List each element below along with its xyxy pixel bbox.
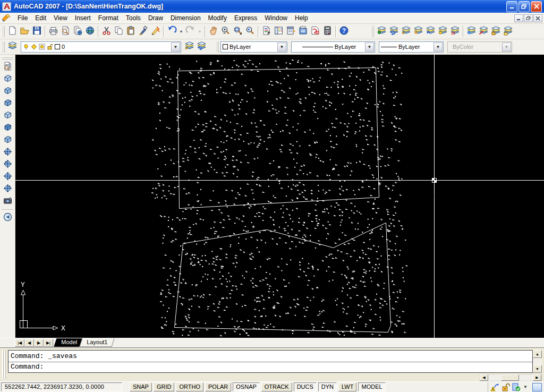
menu-view[interactable]: View [50,13,71,23]
toggle-dyn[interactable]: DYN [318,382,337,391]
toggle-snap[interactable]: SNAP [130,382,152,391]
layer-freeze-button[interactable] [465,25,478,38]
menu-insert[interactable]: Insert [71,13,95,23]
toolbar-grip[interactable] [2,26,5,37]
right-view-button[interactable] [2,110,14,122]
zoom-previous-button[interactable] [244,25,256,38]
restore-button[interactable] [518,1,530,12]
bottom-view-button[interactable] [2,86,14,98]
toggle-lwt[interactable]: LWT [338,382,356,391]
menu-dimension[interactable]: Dimension [167,13,205,23]
previous-view-button[interactable] [2,212,14,224]
zoom-window-button[interactable] [232,25,244,38]
command-vscrollbar[interactable]: ▲ ▼ [533,350,542,373]
menu-modify[interactable]: Modify [205,13,231,23]
toggle-osnap[interactable]: OSNAP [233,382,260,391]
layer-properties-manager-button[interactable] [6,41,19,53]
tab-prev-button[interactable]: ◀ [24,339,34,347]
toggle-polar[interactable]: POLAR [205,382,231,391]
toggle-otrack[interactable]: OTRACK [261,382,292,391]
menu-draw[interactable]: Draw [144,13,167,23]
tab-first-button[interactable]: |◀ [15,339,24,347]
paste-button[interactable] [125,25,137,38]
sw-isometric-button[interactable] [2,147,14,159]
toolbar-grip[interactable] [2,41,5,53]
layer-previous-button[interactable] [196,41,208,53]
command-hscrollbar[interactable]: ◀ ▶ [479,374,542,381]
match-properties-button[interactable] [137,25,149,38]
undo-button[interactable] [166,25,178,38]
menu-express[interactable]: Express [231,13,261,23]
command-window-grip[interactable] [2,350,6,379]
command-panel[interactable]: Command: _saveas Command: [8,350,533,373]
back-view-button[interactable] [2,134,14,147]
mdi-close-button[interactable] [533,14,542,22]
camera-button[interactable] [2,195,14,208]
standards-check-icon[interactable] [512,383,521,391]
scroll-left-button[interactable]: ◀ [480,374,488,381]
make-object-layer-current-button[interactable] [183,41,196,53]
scroll-up-button[interactable]: ▲ [533,350,542,358]
change-to-current-layer-button[interactable] [400,25,412,38]
layer-states-button[interactable] [388,25,400,38]
undo-drop-button[interactable]: ▼ [178,25,184,38]
layer-combo-dropdown[interactable]: ▼ [171,42,180,52]
save-button[interactable] [31,25,43,38]
front-view-button[interactable] [2,122,14,134]
minimize-button[interactable] [506,1,517,12]
toggle-ortho[interactable]: ORTHO [176,382,203,391]
title-bar[interactable]: AutoCAD 2007 - [D:\SanNen\HienTrangOK.dw… [0,0,544,13]
tab-next-button[interactable]: ▶ [34,339,44,347]
ne-isometric-button[interactable] [2,171,14,183]
communication-center-icon[interactable] [490,383,500,391]
layer-isolate-button[interactable] [437,25,449,38]
toggle-grid[interactable]: GRID [154,382,175,391]
copy-objects-to-new-layer-button[interactable] [412,25,424,38]
left-view-button[interactable] [2,98,14,110]
pan-button[interactable] [207,25,219,38]
nw-isometric-button[interactable] [2,183,14,195]
command-input-line[interactable]: Command: [8,362,532,372]
markup-set-manager-button[interactable] [309,25,321,38]
plot-preview-button[interactable] [60,25,72,38]
toolbar-grip[interactable] [2,57,13,59]
menu-help[interactable]: Help [291,13,312,23]
lineweight-combo-dropdown[interactable]: ▼ [434,42,443,52]
color-combo-dropdown[interactable]: ▼ [277,42,286,52]
menu-window[interactable]: Window [261,13,291,23]
tool-palettes-button[interactable] [285,25,297,38]
block-editor-button[interactable] [149,25,162,38]
menu-file[interactable]: File [14,13,31,23]
layer-unlock-button[interactable] [502,25,514,38]
top-view-button[interactable] [2,73,14,86]
clean-screen-button[interactable] [532,383,542,391]
scroll-right-button[interactable]: ▶ [533,374,541,381]
layer-unisolate-button[interactable]: 10 [449,25,461,38]
new-button[interactable] [6,25,19,38]
make-objects-layer-current-button[interactable] [376,25,388,38]
3d-dwf-button[interactable] [84,25,96,38]
close-button[interactable] [531,1,542,12]
sheet-set-manager-button[interactable] [297,25,309,38]
quickcalc-button[interactable] [321,25,334,38]
menu-edit[interactable]: Edit [31,13,50,23]
mdi-restore-button[interactable] [524,14,533,22]
se-isometric-button[interactable] [2,159,14,171]
toolbar-grip[interactable] [216,41,219,53]
publish-button[interactable] [72,25,84,38]
layer-combo[interactable]: 0 ▼ [21,41,181,53]
toggle-ducs[interactable]: DUCS [294,382,317,391]
tab-layout1[interactable]: Layout1 [79,338,114,347]
toggle-model[interactable]: MODEL [358,382,385,391]
menu-tools[interactable]: Tools [122,13,144,23]
plot-button[interactable] [47,25,60,38]
tray-menu-arrow[interactable]: ▼ [522,385,529,389]
zoom-realtime-button[interactable] [219,25,232,38]
linetype-combo[interactable]: ByLayer ▼ [291,41,375,53]
layer-walk-button[interactable] [424,25,437,38]
redo-drop-button[interactable]: ▼ [197,25,203,38]
menu-format[interactable]: Format [95,13,122,23]
linetype-combo-dropdown[interactable]: ▼ [365,42,374,52]
scroll-down-button[interactable]: ▼ [533,365,542,373]
lineweight-combo[interactable]: ByLayer ▼ [379,41,444,53]
